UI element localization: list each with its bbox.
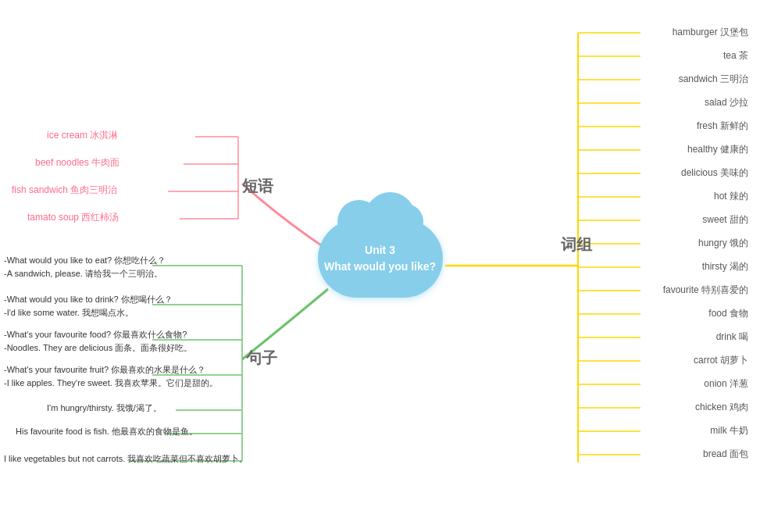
phrase-item-4: tamato soup 西红柿汤 <box>27 211 119 224</box>
right-item-19: bread 面包 <box>703 448 748 461</box>
right-item-5: fresh 新鲜的 <box>697 120 748 133</box>
right-item-18: milk 牛奶 <box>710 424 748 437</box>
central-title: Unit 3 What would you like? <box>324 242 436 275</box>
sentence-item-1: -What would you like to eat? 你想吃什么？ -A s… <box>4 254 238 280</box>
phrase-item-1: ice cream 冰淇淋 <box>47 129 118 142</box>
right-item-4: salad 沙拉 <box>705 96 748 109</box>
right-item-7: delicious 美味的 <box>681 166 748 180</box>
phrase-item-3: fish sandwich 鱼肉三明治 <box>12 184 117 197</box>
sentence-item-5: I'm hungry/thirsty. 我饿/渴了。 <box>47 402 162 414</box>
right-item-12: favourite 特别喜爱的 <box>663 284 748 297</box>
right-item-16: onion 洋葱 <box>704 377 748 391</box>
right-item-6: healthy 健康的 <box>687 143 748 156</box>
central-node: Unit 3 What would you like? <box>318 220 443 313</box>
sentence-item-4: -What's your favourite fruit? 你最喜欢的水果是什么… <box>4 363 242 389</box>
right-item-13: food 食物 <box>708 307 748 320</box>
right-item-8: hot 辣的 <box>714 190 748 203</box>
right-branch-label: 词组 <box>561 234 592 255</box>
sentence-item-2: -What would you like to drink? 你想喝什么？ -I… <box>4 293 238 319</box>
phrase-item-2: beef noodles 牛肉面 <box>35 156 120 170</box>
right-item-15: carrot 胡萝卜 <box>694 354 748 367</box>
top-left-branch-label: 短语 <box>242 176 273 197</box>
sentence-item-7: I like vegetables but not carrots. 我喜欢吃蔬… <box>4 453 248 465</box>
right-item-11: thirsty 渴的 <box>702 260 748 273</box>
cloud-shape: Unit 3 What would you like? <box>318 220 443 298</box>
right-item-9: sweet 甜的 <box>702 213 748 227</box>
right-item-1: hamburger 汉堡包 <box>673 26 748 39</box>
right-item-17: chicken 鸡肉 <box>695 401 748 414</box>
sentence-item-6: His favourite food is fish. 他最喜欢的食物是鱼。 <box>16 426 198 437</box>
bottom-left-branch-label: 句子 <box>246 348 277 369</box>
right-item-10: hungry 饿的 <box>698 237 748 250</box>
right-item-14: drink 喝 <box>716 330 748 344</box>
right-item-2: tea 茶 <box>723 49 748 62</box>
right-item-3: sandwich 三明治 <box>679 73 748 86</box>
sentence-item-3: -What's your favourite food? 你最喜欢什么食物? -… <box>4 328 238 354</box>
